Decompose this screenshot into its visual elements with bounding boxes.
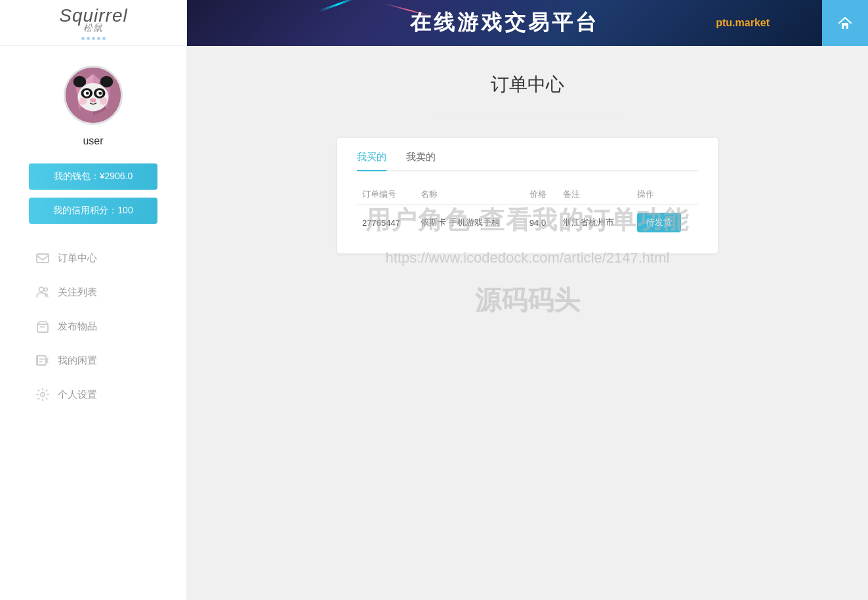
svg-point-37 <box>41 393 45 396</box>
cell-order-id: 27765447 <box>357 205 415 241</box>
sidebar-item-label-publish: 发布物品 <box>58 320 97 333</box>
sidebar-item-publish[interactable]: 发布物品 <box>29 312 157 341</box>
logo-dots <box>59 37 127 40</box>
order-card: 我买的 我卖的 订单编号 名称 价格 备注 操作 <box>337 138 718 253</box>
credit-button[interactable]: 我的信用积分：100 <box>29 198 157 224</box>
tab-bought[interactable]: 我买的 <box>357 151 386 170</box>
gear-icon <box>35 387 50 402</box>
svg-point-22 <box>90 98 96 102</box>
svg-point-20 <box>86 92 89 95</box>
avatar <box>64 66 123 125</box>
svg-point-27 <box>45 288 48 291</box>
logo-area: Squirrel松鼠 <box>0 5 187 40</box>
col-order-id: 订单编号 <box>357 184 415 205</box>
cell-name: 依斯卡 手机游戏手柄 <box>415 205 524 241</box>
home-button[interactable] <box>822 0 868 46</box>
username-label: user <box>83 135 103 147</box>
page-title: 订单中心 <box>220 72 835 97</box>
order-table: 订单编号 名称 价格 备注 操作 27765447 依斯卡 手机游戏手柄 94.… <box>357 184 698 240</box>
home-icon <box>833 11 857 35</box>
banner-title: 在线游戏交易平台 <box>410 9 599 37</box>
logo-text: Squirrel松鼠 <box>59 5 127 34</box>
cell-price: 94.0 <box>524 205 558 241</box>
sidebar-item-label-order: 订单中心 <box>58 252 97 265</box>
wallet-button[interactable]: 我的钱包：¥2906.0 <box>29 163 157 190</box>
svg-rect-25 <box>37 254 49 263</box>
cell-note: 浙江省杭州市 <box>558 205 632 241</box>
sidebar-item-idle[interactable]: 我的闲置 <box>29 346 157 375</box>
sidebar-item-watchlist[interactable]: 关注列表 <box>29 278 157 307</box>
box-icon <box>35 319 50 333</box>
top-header: Squirrel松鼠 在线游戏交易平台 ptu.market <box>0 0 868 46</box>
svg-rect-2 <box>844 26 846 29</box>
avatar-image <box>66 67 121 123</box>
main-content: 订单中心 我买的 我卖的 订单编号 名称 价格 <box>187 46 868 600</box>
sidebar: user 我的钱包：¥2906.0 我的信用积分：100 订单中心 <box>0 46 187 600</box>
svg-point-21 <box>98 92 102 95</box>
svg-rect-30 <box>37 356 46 365</box>
table-row: 27765447 依斯卡 手机游戏手柄 94.0 浙江省杭州市 待发货 <box>357 205 698 241</box>
col-action: 操作 <box>632 184 698 205</box>
sidebar-item-order-center[interactable]: 订单中心 <box>29 244 157 272</box>
watermark-layer: 用户角色-查看我的订单功能 https://www.icodedock.com/… <box>187 46 868 600</box>
sidebar-item-label-settings: 个人设置 <box>58 389 97 401</box>
users-icon <box>35 285 50 299</box>
col-price: 价格 <box>524 184 558 205</box>
banner-area: 在线游戏交易平台 ptu.market <box>187 0 822 46</box>
svg-point-26 <box>39 288 44 292</box>
title-underline <box>429 117 626 118</box>
col-note: 备注 <box>558 184 632 205</box>
table-header: 订单编号 名称 价格 备注 操作 <box>357 184 698 205</box>
banner-subtitle: ptu.market <box>716 17 770 29</box>
watermark-text-3: 源码码头 <box>475 282 580 318</box>
svg-rect-28 <box>37 324 48 332</box>
action-button[interactable]: 待发货 <box>637 213 681 232</box>
tab-bar: 我买的 我卖的 <box>357 151 698 171</box>
svg-point-15 <box>78 83 109 111</box>
envelope-icon <box>35 251 50 265</box>
sidebar-nav: 订单中心 关注列表 发布物品 <box>0 244 186 409</box>
sidebar-item-label-watchlist: 关注列表 <box>58 286 97 299</box>
sidebar-item-label-idle: 我的闲置 <box>58 354 97 367</box>
sidebar-item-settings[interactable]: 个人设置 <box>29 380 157 409</box>
main-layout: user 我的钱包：¥2906.0 我的信用积分：100 订单中心 <box>0 46 868 600</box>
svg-rect-31 <box>37 356 38 365</box>
table-body: 27765447 依斯卡 手机游戏手柄 94.0 浙江省杭州市 待发货 <box>357 205 698 241</box>
tab-sold[interactable]: 我卖的 <box>406 151 436 170</box>
svg-point-24 <box>100 97 108 105</box>
svg-point-23 <box>79 97 87 105</box>
tag-icon <box>35 353 50 368</box>
cell-action: 待发货 <box>632 205 698 241</box>
col-name: 名称 <box>415 184 524 205</box>
